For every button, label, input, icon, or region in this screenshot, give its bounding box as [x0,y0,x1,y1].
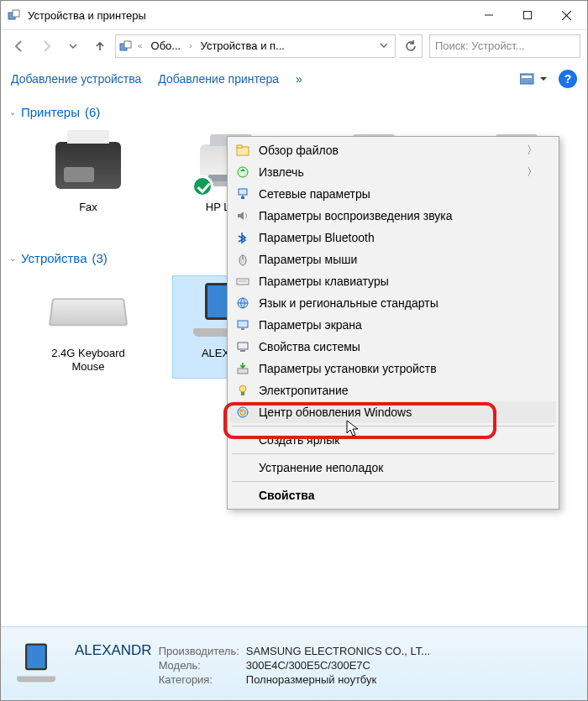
group-title: Устройства [21,251,87,265]
status-device-name: ALEXANDR [75,642,152,659]
svg-rect-22 [241,328,244,330]
svg-point-12 [238,167,248,177]
search-box[interactable] [429,34,580,58]
status-bar: ALEXANDR Производитель: SAMSUNG ELECTRON… [1,626,587,700]
group-count: (6) [85,105,100,119]
minimize-button[interactable] [470,3,508,28]
address-bar[interactable]: « Обо... › Устройства и п... [115,34,396,58]
menu-item-label: Устранение неполадок [259,461,383,474]
device-label: 2.4G Keyboard Mouse [35,347,141,373]
menu-item[interactable]: Свойства системы [230,336,556,358]
menu-item[interactable]: Параметры мыши [230,248,556,270]
install-icon [235,361,250,376]
refresh-button[interactable] [399,34,423,58]
window-title: Устройства и принтеры [28,9,470,22]
status-category-value: Полноразмерный ноутбук [246,673,430,686]
system-icon [235,339,250,354]
close-button[interactable] [547,3,585,28]
address-dropdown[interactable] [376,39,391,52]
menu-item[interactable]: Создать ярлык [230,429,556,451]
chevron-down-icon: ⌄ [9,254,16,263]
menu-item[interactable]: Параметры установки устройств [230,358,556,379]
eject-icon [235,165,250,180]
svg-rect-23 [238,343,248,349]
status-model-label: Модель: [159,659,239,672]
menu-item[interactable]: Центр обновления Windows [230,401,556,423]
menu-item-label: Создать ярлык [259,433,339,447]
network-icon [235,186,250,201]
menu-item-label: Параметры Bluetooth [259,231,375,244]
menu-item[interactable]: Сетевые параметры [230,183,556,205]
menu-item[interactable]: Свойства [230,484,556,506]
svg-rect-3 [524,12,532,19]
breadcrumb-icon [119,39,133,53]
menu-item-label: Сетевые параметры [259,187,370,201]
folder-icon [235,143,250,158]
menu-item-label: Свойства системы [259,340,360,353]
default-check-icon [192,175,213,197]
add-device-button[interactable]: Добавление устройства [11,72,141,86]
status-model-value: 300E4C/300E5C/300E7C [246,659,430,672]
device-item-fax[interactable]: Fax [29,129,147,233]
display-icon [235,317,250,332]
maximize-button[interactable] [508,3,547,28]
menu-item-label: Центр обновления Windows [259,405,412,419]
status-manufacturer-value: SAMSUNG ELECTRONICS CO., LT... [246,645,430,657]
menu-item[interactable]: Извлечь〉 [230,161,556,183]
svg-point-26 [239,385,246,392]
device-label: Fax [79,201,97,214]
menu-item[interactable]: Параметры воспроизведения звука [230,205,556,227]
update-icon [235,405,250,420]
status-manufacturer-label: Производитель: [159,645,239,657]
menu-item[interactable]: Электропитание [230,379,556,401]
window-icon [8,8,21,22]
menu-item[interactable]: Параметры клавиатуры [230,270,556,292]
menu-item[interactable]: Устранение неполадок [230,457,556,479]
svg-rect-9 [522,76,532,78]
speaker-icon [235,208,250,223]
help-button[interactable]: ? [559,70,577,88]
group-count: (3) [92,251,107,265]
svg-rect-7 [124,41,131,48]
chevron-down-icon: ⌄ [9,107,16,117]
power-icon [235,383,250,398]
svg-rect-24 [240,350,245,352]
svg-rect-14 [241,196,244,199]
submenu-arrow-icon: 〉 [527,143,538,158]
menu-item[interactable]: Параметры Bluetooth [230,227,556,248]
up-button[interactable] [88,34,112,58]
toolbar-overflow[interactable]: » [296,72,302,86]
add-printer-button[interactable]: Добавление принтера [158,72,279,86]
search-input[interactable] [435,39,575,52]
group-title: Принтеры [21,105,80,119]
chevron-right-icon: › [187,41,193,50]
breadcrumb-item[interactable]: Обо... [148,38,185,54]
forward-button[interactable] [34,34,58,58]
svg-rect-8 [520,74,533,84]
back-button[interactable] [8,34,31,58]
menu-item[interactable]: Обзор файлов〉 [230,139,556,161]
command-bar: Добавление устройства Добавление принтер… [1,61,587,97]
menu-item-label: Язык и региональные стандарты [259,296,438,310]
menu-item-label: Параметры клавиатуры [259,275,389,288]
recent-dropdown[interactable] [61,34,85,58]
keyboard-icon [235,274,250,289]
menu-item[interactable]: Параметры экрана [230,314,556,336]
fax-icon [50,135,126,196]
svg-rect-27 [241,392,244,395]
svg-rect-13 [239,189,247,195]
menu-item[interactable]: Язык и региональные стандарты [230,292,556,314]
keyboard-icon [50,281,126,342]
view-options-button[interactable] [520,72,547,86]
svg-rect-1 [13,10,19,17]
menu-item-label: Параметры мыши [259,253,357,266]
mouse-icon [235,252,250,267]
svg-rect-11 [237,145,242,148]
breadcrumb-item[interactable]: Устройства и п... [197,38,288,54]
menu-item-label: Параметры установки устройств [259,362,437,375]
group-header-printers[interactable]: ⌄ Принтеры (6) [9,105,579,119]
svg-rect-21 [238,321,248,327]
context-menu[interactable]: Обзор файлов〉Извлечь〉Сетевые параметрыПа… [227,136,559,510]
device-item-keyboard[interactable]: 2.4G Keyboard Mouse [29,275,147,379]
svg-point-28 [238,407,248,417]
